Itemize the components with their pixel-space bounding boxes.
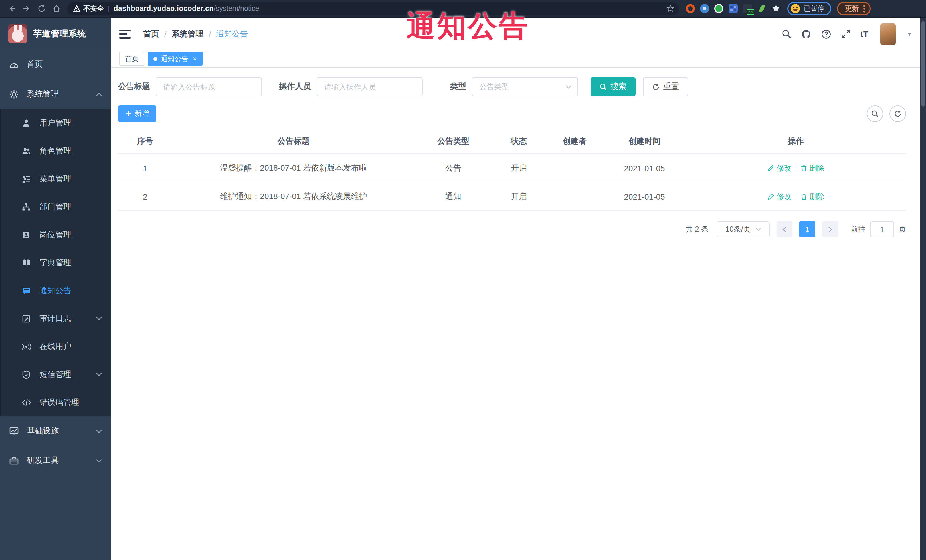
- github-icon[interactable]: [801, 29, 811, 39]
- add-button[interactable]: 新增: [118, 106, 156, 122]
- sidebar-item-label: 部门管理: [39, 202, 102, 212]
- sidebar-item-users[interactable]: 用户管理: [0, 109, 111, 137]
- sidebar-item-label: 审计日志: [39, 313, 88, 324]
- search-button[interactable]: 搜索: [590, 77, 635, 97]
- refresh-icon[interactable]: [34, 1, 49, 16]
- screen: 不安全 | dashboard.yudao.iocoder.cn/system/…: [0, 0, 926, 560]
- url-bar[interactable]: 不安全 | dashboard.yudao.iocoder.cn/system/…: [67, 2, 679, 15]
- user-avatar[interactable]: [881, 23, 896, 45]
- notice-type-select[interactable]: 公告类型: [472, 77, 578, 97]
- browser-update-button[interactable]: 更新: [837, 2, 871, 15]
- security-warning[interactable]: 不安全: [73, 4, 104, 14]
- browser-menu-icon[interactable]: [863, 5, 865, 12]
- extension-on-badge: on: [747, 9, 754, 15]
- sidebar-item-infrastructure[interactable]: 基础设施: [0, 416, 111, 446]
- reset-button[interactable]: 重置: [643, 77, 688, 97]
- security-label: 不安全: [83, 4, 104, 14]
- peoples-icon: [21, 146, 31, 156]
- sidebar-item-online-users[interactable]: 在线用户: [0, 332, 111, 361]
- fullscreen-icon[interactable]: [841, 29, 851, 39]
- tree-table-icon: [21, 174, 31, 184]
- extension-orange-icon[interactable]: [686, 4, 695, 13]
- extension-green-ring-icon[interactable]: [714, 4, 723, 13]
- sidebar-item-depts[interactable]: 部门管理: [0, 193, 111, 221]
- chevron-right-icon: [828, 226, 832, 232]
- column-header: 序号: [118, 136, 172, 146]
- notice-title-input[interactable]: [156, 77, 262, 97]
- sidebar-item-dev-tools[interactable]: 研发工具: [0, 446, 111, 475]
- app-logo[interactable]: 芋道管理系统: [0, 18, 111, 50]
- page-content: 公告标题 操作人员 类型 公告类型 搜索: [111, 68, 920, 237]
- goto-page-input[interactable]: [870, 221, 894, 237]
- url-path: /system/notice: [214, 5, 259, 12]
- breadcrumb-system[interactable]: 系统管理: [172, 29, 204, 39]
- sidebar-item-dict[interactable]: 字典管理: [0, 249, 111, 276]
- sidebar-item-system[interactable]: 系统管理: [0, 79, 111, 109]
- sidebar-item-home[interactable]: 首页: [0, 50, 111, 79]
- column-header: 公告标题: [172, 136, 415, 146]
- edit-button[interactable]: 修改: [767, 191, 791, 202]
- search-icon[interactable]: [782, 29, 791, 39]
- cell-actions: 修改 删除: [686, 191, 906, 202]
- edit-button[interactable]: 修改: [767, 163, 791, 173]
- back-icon[interactable]: [5, 1, 20, 16]
- tab-notice[interactable]: 通知公告 ×: [148, 52, 203, 66]
- chevron-down-icon: [96, 317, 102, 320]
- sidebar-item-audit-log[interactable]: 审计日志: [0, 305, 111, 332]
- tab-label: 首页: [125, 54, 139, 63]
- sidebar-item-roles[interactable]: 角色管理: [0, 137, 111, 165]
- forward-icon[interactable]: [20, 1, 34, 16]
- delete-button[interactable]: 删除: [800, 191, 825, 202]
- help-icon[interactable]: [821, 29, 831, 39]
- sidebar-item-error-codes[interactable]: 错误码管理: [0, 388, 111, 416]
- refresh-table-button[interactable]: [890, 106, 906, 122]
- column-header: 创建者: [546, 136, 603, 146]
- font-size-icon[interactable]: tT: [860, 29, 869, 39]
- toggle-search-button[interactable]: [867, 106, 883, 122]
- table-row[interactable]: 2 维护通知：2018-07-01 若依系统凌晨维护 通知 开启 2021-01…: [118, 183, 906, 211]
- breadcrumb: 首页 / 系统管理 / 通知公告: [143, 29, 248, 39]
- next-page-button[interactable]: [822, 221, 838, 237]
- home-icon[interactable]: [49, 1, 64, 16]
- sidebar-item-notice[interactable]: 通知公告: [0, 276, 111, 305]
- close-icon[interactable]: ×: [193, 55, 197, 62]
- extension-grid-icon[interactable]: [729, 4, 738, 13]
- scrollbar[interactable]: [920, 18, 926, 560]
- avatar-caret-icon[interactable]: ▼: [906, 31, 912, 37]
- page-size-value: 10条/页: [725, 224, 750, 234]
- prev-page-button[interactable]: [776, 221, 793, 237]
- user-icon: [21, 118, 31, 128]
- sidebar-item-posts[interactable]: 岗位管理: [0, 221, 111, 249]
- filter-title-label: 公告标题: [118, 82, 150, 92]
- chevron-down-icon: [755, 228, 761, 231]
- extension-star-icon[interactable]: [772, 4, 781, 13]
- cell-index: 1: [118, 163, 172, 172]
- column-header: 公告类型: [415, 136, 492, 146]
- font-size-icon-text: tT: [860, 29, 869, 39]
- page-number-1[interactable]: 1: [799, 221, 815, 237]
- sidebar-item-sms[interactable]: 短信管理: [0, 361, 111, 388]
- delete-button[interactable]: 删除: [800, 163, 825, 173]
- sidebar-collapse-icon[interactable]: [119, 29, 131, 38]
- browser-profile-chip[interactable]: 已暂停: [787, 2, 831, 15]
- log-icon: [21, 313, 31, 324]
- page-size-select[interactable]: 10条/页: [717, 221, 770, 237]
- extension-sprout-icon[interactable]: [757, 4, 766, 13]
- column-header: 状态: [492, 136, 546, 146]
- table-row[interactable]: 1 温馨提醒：2018-07-01 若依新版本发布啦 公告 开启 2021-01…: [118, 154, 906, 183]
- extension-proxy-icon[interactable]: on: [743, 4, 752, 13]
- bookmark-star-icon[interactable]: [666, 5, 674, 12]
- tab-home[interactable]: 首页: [119, 52, 144, 66]
- breadcrumb-home[interactable]: 首页: [143, 29, 159, 39]
- sidebar: 芋道管理系统 首页 系统管理 用户管理: [0, 18, 111, 560]
- column-header: 创建时间: [603, 136, 686, 146]
- tab-label: 通知公告: [161, 54, 188, 63]
- sidebar-item-menus[interactable]: 菜单管理: [0, 165, 111, 193]
- warning-icon: [73, 5, 80, 12]
- shield-icon: [21, 369, 31, 379]
- operator-input[interactable]: [317, 77, 423, 97]
- chevron-down-icon: [96, 372, 102, 376]
- extension-blue-drop-icon[interactable]: [700, 4, 709, 13]
- scrollbar-thumb[interactable]: [921, 21, 925, 107]
- chevron-down-icon: [96, 429, 102, 433]
